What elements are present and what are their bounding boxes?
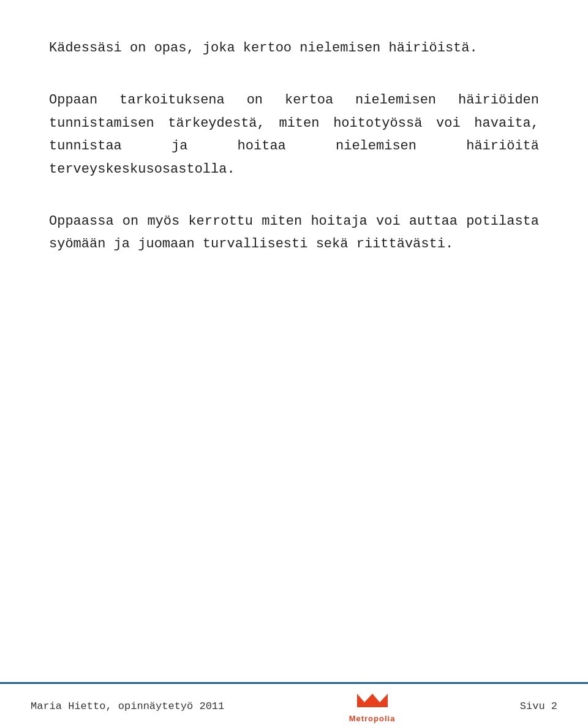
footer-author: Maria Hietto, opinnäytetyö 2011 (31, 700, 224, 712)
paragraph-1: Kädessäsi on opas, joka kertoo nielemise… (49, 37, 539, 59)
metropolia-logo-icon (351, 689, 394, 712)
footer-logo: Metropolia (349, 689, 396, 723)
page-footer: Maria Hietto, opinnäytetyö 2011 Metropol… (0, 682, 588, 728)
paragraph-2: Oppaan tarkoituksena on kertoa nielemise… (49, 89, 539, 181)
svg-marker-1 (372, 694, 388, 707)
footer-page-number: Sivu 2 (520, 700, 557, 712)
metropolia-logo-text: Metropolia (349, 714, 396, 723)
page-content: Kädessäsi on opas, joka kertoo nielemise… (0, 0, 588, 679)
paragraph-3: Oppaassa on myös kerrottu miten hoitaja … (49, 210, 539, 256)
svg-marker-0 (357, 694, 372, 707)
